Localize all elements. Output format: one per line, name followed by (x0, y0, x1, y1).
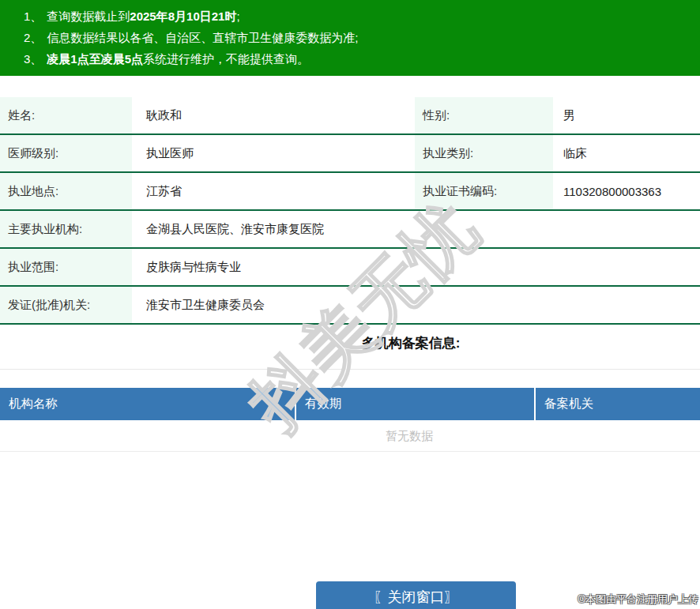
copyright-watermark: ©本图由平台注册用户上传 (578, 592, 698, 607)
main-institution-label: 主要执业机构: (0, 211, 132, 247)
info-row-main-institution: 主要执业机构: 金湖县人民医院、淮安市康复医院 (0, 211, 700, 249)
practice-category-label: 执业类别: (415, 135, 553, 171)
filing-table-header: 机构名称 有效期 备案机关 (0, 388, 700, 420)
notice-line-2: 2、信息数据结果以各省、自治区、直辖市卫生健康委数据为准; (24, 27, 692, 48)
notice-number: 2、 (24, 31, 42, 44)
close-window-button[interactable]: 〖关闭窗口〗 (316, 581, 516, 609)
column-validity-period: 有效期 (295, 388, 534, 420)
gender-value: 男 (553, 108, 700, 123)
info-row-name-gender: 姓名: 耿政和 性别: 男 (0, 97, 700, 135)
main-institution-value: 金湖县人民医院、淮安市康复医院 (132, 222, 700, 237)
name-label: 姓名: (0, 97, 132, 133)
notice-text-bold: 2025年8月10日21时 (130, 9, 236, 23)
info-row-issuing-authority: 发证(批准)机关: 淮安市卫生健康委员会 (0, 287, 700, 325)
filing-no-data-text: 暂无数据 (0, 420, 700, 452)
name-value: 耿政和 (132, 108, 415, 123)
info-row-level-category: 医师级别: 执业医师 执业类别: 临床 (0, 135, 700, 173)
practice-location-label: 执业地点: (0, 173, 132, 209)
certificate-number-label: 执业证书编码: (415, 173, 553, 209)
column-institution-name: 机构名称 (0, 388, 295, 420)
practice-scope-label: 执业范围: (0, 249, 132, 285)
practice-scope-value: 皮肤病与性病专业 (132, 260, 700, 275)
notice-banner: 1、查询数据截止到2025年8月10日21时; 2、信息数据结果以各省、自治区、… (0, 0, 700, 76)
notice-text: 信息数据结果以各省、自治区、直辖市卫生健康委数据为准; (47, 31, 358, 44)
info-row-practice-scope: 执业范围: 皮肤病与性病专业 (0, 249, 700, 287)
section-divider (0, 369, 700, 370)
notice-text: 查询数据截止到 (47, 9, 130, 23)
notice-text: ; (236, 9, 239, 23)
practice-location-value: 江苏省 (132, 184, 415, 199)
practice-category-value: 临床 (553, 146, 700, 161)
issuing-authority-value: 淮安市卫生健康委员会 (132, 298, 700, 313)
notice-line-3: 3、凌晨1点至凌晨5点系统进行维护，不能提供查询。 (24, 48, 692, 70)
notice-text: 系统进行维护，不能提供查询。 (143, 52, 309, 66)
doctor-level-value: 执业医师 (132, 146, 415, 161)
notice-text-bold: 凌晨1点至凌晨5点 (47, 52, 143, 66)
doctor-info-table: 姓名: 耿政和 性别: 男 医师级别: 执业医师 执业类别: 临床 执业地点: … (0, 97, 700, 325)
certificate-number-value: 110320800003363 (553, 185, 700, 198)
notice-line-1: 1、查询数据截止到2025年8月10日21时; (24, 6, 692, 27)
notice-number: 1、 (24, 9, 42, 23)
doctor-level-label: 医师级别: (0, 135, 132, 171)
info-row-location-certificate: 执业地点: 江苏省 执业证书编码: 110320800003363 (0, 173, 700, 211)
column-filing-authority: 备案机关 (534, 388, 700, 420)
filing-section-title: 多机构备案信息: (0, 334, 700, 353)
issuing-authority-label: 发证(批准)机关: (0, 287, 132, 323)
gender-label: 性别: (415, 97, 553, 133)
notice-number: 3、 (24, 52, 42, 66)
